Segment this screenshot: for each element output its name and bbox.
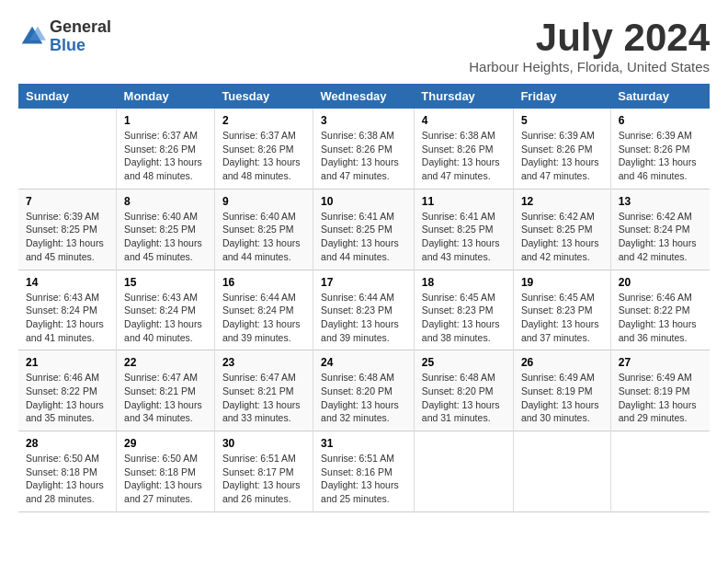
day-number: 10 (321, 195, 406, 208)
day-number: 30 (222, 437, 305, 450)
calendar-cell: 2Sunrise: 6:37 AMSunset: 8:26 PMDaylight… (214, 109, 313, 189)
calendar-table: SundayMondayTuesdayWednesdayThursdayFrid… (18, 84, 710, 512)
calendar-cell: 23Sunrise: 6:47 AMSunset: 8:21 PMDayligh… (214, 350, 313, 431)
month-title: July 2024 (469, 18, 710, 57)
day-number: 19 (521, 276, 603, 289)
calendar-cell (414, 431, 513, 512)
day-info: Sunrise: 6:45 AMSunset: 8:23 PMDaylight:… (422, 291, 506, 345)
day-number: 13 (619, 195, 702, 208)
day-number: 12 (521, 195, 603, 208)
calendar-cell (513, 431, 610, 512)
calendar-cell: 31Sunrise: 6:51 AMSunset: 8:16 PMDayligh… (313, 431, 415, 512)
day-info: Sunrise: 6:51 AMSunset: 8:17 PMDaylight:… (222, 452, 305, 506)
calendar-cell: 27Sunrise: 6:49 AMSunset: 8:19 PMDayligh… (610, 350, 710, 431)
calendar-cell: 11Sunrise: 6:41 AMSunset: 8:25 PMDayligh… (414, 189, 513, 270)
day-number: 18 (422, 276, 506, 289)
logo-general-text: General (50, 18, 111, 37)
day-info: Sunrise: 6:44 AMSunset: 8:23 PMDaylight:… (321, 291, 406, 345)
calendar-header-row: SundayMondayTuesdayWednesdayThursdayFrid… (18, 84, 710, 109)
day-header-saturday: Saturday (610, 84, 710, 109)
calendar-cell: 16Sunrise: 6:44 AMSunset: 8:24 PMDayligh… (214, 270, 313, 350)
day-number: 29 (124, 437, 207, 450)
calendar-cell: 12Sunrise: 6:42 AMSunset: 8:25 PMDayligh… (513, 189, 610, 270)
day-info: Sunrise: 6:49 AMSunset: 8:19 PMDaylight:… (521, 371, 603, 425)
day-info: Sunrise: 6:37 AMSunset: 8:26 PMDaylight:… (222, 129, 305, 183)
day-info: Sunrise: 6:44 AMSunset: 8:24 PMDaylight:… (222, 291, 305, 345)
day-info: Sunrise: 6:47 AMSunset: 8:21 PMDaylight:… (124, 371, 207, 425)
day-info: Sunrise: 6:51 AMSunset: 8:16 PMDaylight:… (321, 452, 406, 506)
day-info: Sunrise: 6:43 AMSunset: 8:24 PMDaylight:… (26, 291, 108, 345)
day-info: Sunrise: 6:41 AMSunset: 8:25 PMDaylight:… (422, 210, 506, 264)
day-number: 6 (619, 114, 702, 127)
day-number: 16 (222, 276, 305, 289)
calendar-cell: 8Sunrise: 6:40 AMSunset: 8:25 PMDaylight… (117, 189, 215, 270)
day-number: 8 (124, 195, 207, 208)
day-number: 25 (422, 356, 506, 369)
calendar-week-row: 1Sunrise: 6:37 AMSunset: 8:26 PMDaylight… (18, 109, 710, 189)
day-header-tuesday: Tuesday (214, 84, 313, 109)
day-info: Sunrise: 6:46 AMSunset: 8:22 PMDaylight:… (26, 371, 108, 425)
day-number: 20 (619, 276, 702, 289)
day-info: Sunrise: 6:39 AMSunset: 8:25 PMDaylight:… (26, 210, 108, 264)
day-number: 26 (521, 356, 603, 369)
calendar-cell (610, 431, 710, 512)
calendar-cell: 25Sunrise: 6:48 AMSunset: 8:20 PMDayligh… (414, 350, 513, 431)
location-text: Harbour Heights, Florida, United States (469, 59, 710, 75)
logo-blue-text: Blue (50, 37, 111, 55)
day-info: Sunrise: 6:42 AMSunset: 8:25 PMDaylight:… (521, 210, 603, 264)
day-info: Sunrise: 6:38 AMSunset: 8:26 PMDaylight:… (321, 129, 406, 183)
calendar-cell: 28Sunrise: 6:50 AMSunset: 8:18 PMDayligh… (18, 431, 117, 512)
day-number: 11 (422, 195, 506, 208)
calendar-cell: 29Sunrise: 6:50 AMSunset: 8:18 PMDayligh… (117, 431, 215, 512)
day-number: 28 (26, 437, 108, 450)
calendar-week-row: 21Sunrise: 6:46 AMSunset: 8:22 PMDayligh… (18, 350, 710, 431)
day-info: Sunrise: 6:39 AMSunset: 8:26 PMDaylight:… (619, 129, 702, 183)
day-info: Sunrise: 6:45 AMSunset: 8:23 PMDaylight:… (521, 291, 603, 345)
day-header-monday: Monday (117, 84, 215, 109)
day-number: 31 (321, 437, 406, 450)
day-number: 14 (26, 276, 108, 289)
day-number: 15 (124, 276, 207, 289)
day-info: Sunrise: 6:48 AMSunset: 8:20 PMDaylight:… (321, 371, 406, 425)
day-number: 7 (26, 195, 108, 208)
calendar-cell: 19Sunrise: 6:45 AMSunset: 8:23 PMDayligh… (513, 270, 610, 350)
calendar-week-row: 28Sunrise: 6:50 AMSunset: 8:18 PMDayligh… (18, 431, 710, 512)
calendar-cell: 18Sunrise: 6:45 AMSunset: 8:23 PMDayligh… (414, 270, 513, 350)
calendar-cell: 30Sunrise: 6:51 AMSunset: 8:17 PMDayligh… (214, 431, 313, 512)
day-header-thursday: Thursday (414, 84, 513, 109)
logo-icon (18, 23, 46, 51)
calendar-cell: 22Sunrise: 6:47 AMSunset: 8:21 PMDayligh… (117, 350, 215, 431)
page-header: General Blue July 2024 Harbour Heights, … (18, 18, 710, 75)
day-info: Sunrise: 6:37 AMSunset: 8:26 PMDaylight:… (124, 129, 207, 183)
day-number: 3 (321, 114, 406, 127)
day-number: 24 (321, 356, 406, 369)
day-info: Sunrise: 6:42 AMSunset: 8:24 PMDaylight:… (619, 210, 702, 264)
day-number: 2 (222, 114, 305, 127)
day-number: 17 (321, 276, 406, 289)
logo-text: General Blue (50, 18, 111, 55)
calendar-cell: 15Sunrise: 6:43 AMSunset: 8:24 PMDayligh… (117, 270, 215, 350)
day-number: 1 (124, 114, 207, 127)
calendar-cell: 4Sunrise: 6:38 AMSunset: 8:26 PMDaylight… (414, 109, 513, 189)
day-number: 5 (521, 114, 603, 127)
day-number: 23 (222, 356, 305, 369)
day-info: Sunrise: 6:49 AMSunset: 8:19 PMDaylight:… (619, 371, 702, 425)
day-info: Sunrise: 6:43 AMSunset: 8:24 PMDaylight:… (124, 291, 207, 345)
calendar-cell: 20Sunrise: 6:46 AMSunset: 8:22 PMDayligh… (610, 270, 710, 350)
calendar-cell: 17Sunrise: 6:44 AMSunset: 8:23 PMDayligh… (313, 270, 415, 350)
calendar-cell: 1Sunrise: 6:37 AMSunset: 8:26 PMDaylight… (117, 109, 215, 189)
day-header-friday: Friday (513, 84, 610, 109)
day-number: 22 (124, 356, 207, 369)
calendar-cell: 24Sunrise: 6:48 AMSunset: 8:20 PMDayligh… (313, 350, 415, 431)
calendar-cell: 21Sunrise: 6:46 AMSunset: 8:22 PMDayligh… (18, 350, 117, 431)
day-info: Sunrise: 6:40 AMSunset: 8:25 PMDaylight:… (222, 210, 305, 264)
title-block: July 2024 Harbour Heights, Florida, Unit… (469, 18, 710, 75)
day-info: Sunrise: 6:39 AMSunset: 8:26 PMDaylight:… (521, 129, 603, 183)
calendar-week-row: 7Sunrise: 6:39 AMSunset: 8:25 PMDaylight… (18, 189, 710, 270)
calendar-cell: 10Sunrise: 6:41 AMSunset: 8:25 PMDayligh… (313, 189, 415, 270)
calendar-week-row: 14Sunrise: 6:43 AMSunset: 8:24 PMDayligh… (18, 270, 710, 350)
day-header-sunday: Sunday (18, 84, 117, 109)
calendar-cell: 3Sunrise: 6:38 AMSunset: 8:26 PMDaylight… (313, 109, 415, 189)
logo: General Blue (18, 18, 111, 55)
day-header-wednesday: Wednesday (313, 84, 415, 109)
